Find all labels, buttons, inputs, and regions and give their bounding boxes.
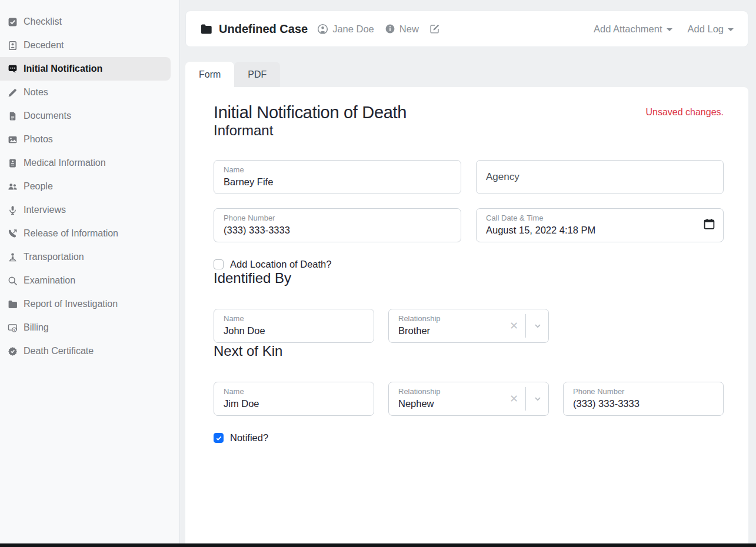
case-assignee: Jane Doe — [317, 24, 374, 35]
sidebar-item-death-certificate[interactable]: Death Certificate — [0, 339, 179, 363]
next-of-kin-relationship-select[interactable]: Relationship Nephew ✕ — [388, 382, 549, 416]
app-window: Checklist Decedent Initial Notification … — [0, 0, 756, 547]
field-value: Jim Doe — [224, 398, 364, 409]
notified-checkbox-label: Notified? — [230, 432, 268, 443]
sidebar-item-examination[interactable]: Examination — [0, 269, 179, 292]
document-icon — [8, 111, 18, 121]
sidebar-item-report-of-investigation[interactable]: Report of Investigation — [0, 292, 179, 316]
field-value: (333) 333-3333 — [573, 398, 714, 409]
sidebar-item-label: Transportation — [24, 252, 84, 262]
sidebar-item-transportation[interactable]: Transportation — [0, 245, 179, 269]
clear-icon[interactable]: ✕ — [502, 321, 525, 331]
field-value: John Doe — [224, 325, 364, 336]
sidebar-item-label: Report of Investigation — [24, 299, 118, 309]
sidebar-item-photos[interactable]: Photos — [0, 128, 179, 151]
people-icon — [8, 182, 18, 192]
field-label: Name — [224, 165, 451, 175]
sidebar-item-initial-notification[interactable]: Initial Notification — [0, 57, 171, 81]
clear-icon[interactable]: ✕ — [502, 393, 525, 404]
identified-by-fields-row: Name John Doe Relationship Brother ✕ — [214, 309, 724, 343]
field-label: Name — [224, 387, 364, 396]
sidebar-item-checklist[interactable]: Checklist — [0, 10, 179, 34]
chevron-down-icon[interactable] — [526, 394, 548, 403]
sidebar-item-interviews[interactable]: Interviews — [0, 198, 179, 222]
select-controls: ✕ — [502, 309, 548, 342]
person-pin-icon — [8, 252, 18, 262]
sidebar-item-label: Interviews — [24, 205, 66, 215]
field-label: Call Date & Time — [486, 214, 714, 223]
add-location-checkbox-row: Add Location of Death? — [214, 259, 724, 270]
case-header: Undefined Case Jane Doe New Add Attachme… — [185, 11, 748, 47]
sidebar-item-label: People — [24, 181, 53, 192]
page-title: Initial Notification of Death — [214, 103, 407, 122]
field-label: Phone Number — [224, 214, 451, 223]
add-log-label: Add Log — [688, 24, 724, 35]
tab-pdf[interactable]: PDF — [234, 62, 280, 87]
informant-fields-row-1: Name Barney Fife Agency Phone Number (33… — [214, 160, 724, 242]
sidebar-item-label: Documents — [24, 111, 71, 121]
add-attachment-button[interactable]: Add Attachment — [594, 24, 672, 35]
sidebar-item-label: Medical Information — [24, 158, 106, 168]
case-folder-icon — [200, 23, 212, 35]
notified-checkbox-row: Notified? — [214, 432, 724, 443]
sidebar-item-billing[interactable]: $ Billing — [0, 316, 179, 339]
sidebar: Checklist Decedent Initial Notification … — [0, 0, 180, 547]
sidebar-item-label: Photos — [24, 134, 53, 145]
status-badge: New — [399, 24, 419, 35]
next-of-kin-name-field[interactable]: Name Jim Doe — [214, 382, 374, 416]
image-icon — [8, 135, 18, 145]
sidebar-item-label: Checklist — [24, 16, 62, 27]
sidebar-item-notes[interactable]: Notes — [0, 81, 179, 104]
sidebar-item-people[interactable]: People — [0, 175, 179, 198]
folder-icon — [8, 299, 18, 309]
pencil-icon — [8, 88, 18, 98]
sidebar-item-medical-information[interactable]: Medical Information — [0, 151, 179, 175]
edit-case-button[interactable] — [429, 24, 440, 34]
calendar-icon[interactable] — [703, 218, 715, 233]
tab-form[interactable]: Form — [185, 62, 234, 87]
field-value: August 15, 2022 4:18 PM — [486, 225, 714, 236]
form-card: Initial Notification of Death Unsaved ch… — [185, 87, 748, 547]
main-area: Undefined Case Jane Doe New Add Attachme… — [180, 0, 756, 547]
case-title: Undefined Case — [219, 22, 308, 36]
informant-name-field[interactable]: Name Barney Fife — [214, 160, 461, 194]
screen-bottom-edge — [0, 543, 756, 547]
field-value: (333) 333-3333 — [224, 225, 451, 236]
case-status: New — [385, 24, 419, 35]
identified-by-relationship-select[interactable]: Relationship Brother ✕ — [388, 309, 549, 343]
chevron-down-icon[interactable] — [526, 321, 548, 331]
medical-card-icon — [8, 158, 18, 168]
identified-by-name-field[interactable]: Name John Doe — [214, 309, 374, 343]
sidebar-item-label: Release of Information — [24, 228, 118, 239]
empty-grid-cell — [563, 309, 724, 343]
select-controls: ✕ — [502, 382, 548, 415]
add-log-button[interactable]: Add Log — [688, 24, 734, 35]
sidebar-item-label: Decedent — [24, 40, 64, 51]
informant-call-datetime-field[interactable]: Call Date & Time August 15, 2022 4:18 PM — [476, 208, 724, 242]
informant-phone-field[interactable]: Phone Number (333) 333-3333 — [214, 208, 461, 242]
pencil-square-icon — [429, 24, 440, 34]
sidebar-item-label: Examination — [24, 275, 75, 286]
field-label: Name — [224, 314, 364, 323]
next-of-kin-fields-row: Name Jim Doe Relationship Nephew ✕ P — [214, 382, 724, 416]
informant-heading: Informant — [214, 122, 724, 139]
sidebar-item-release-of-information[interactable]: Release of Information — [0, 222, 179, 245]
magnifier-icon — [8, 276, 18, 286]
phone-arrow-icon — [8, 229, 18, 239]
notified-checkbox[interactable] — [214, 433, 224, 443]
sidebar-item-decedent[interactable]: Decedent — [0, 34, 179, 57]
identified-by-heading: Identified By — [214, 270, 724, 286]
sidebar-item-label: Notes — [24, 87, 48, 98]
sidebar-item-label: Billing — [24, 322, 49, 333]
field-value: Barney Fife — [224, 176, 451, 188]
header-actions: Add Attachment Add Log — [594, 24, 734, 35]
add-location-checkbox[interactable] — [214, 259, 224, 269]
next-of-kin-phone-field[interactable]: Phone Number (333) 333-3333 — [563, 382, 724, 416]
add-attachment-label: Add Attachment — [594, 24, 662, 35]
billing-icon: $ — [8, 323, 18, 333]
informant-agency-field[interactable]: Agency — [476, 160, 724, 194]
assignee-name: Jane Doe — [332, 24, 374, 35]
sidebar-item-label: Initial Notification — [24, 64, 102, 74]
sidebar-item-documents[interactable]: Documents — [0, 104, 179, 128]
check-icon — [215, 435, 222, 442]
